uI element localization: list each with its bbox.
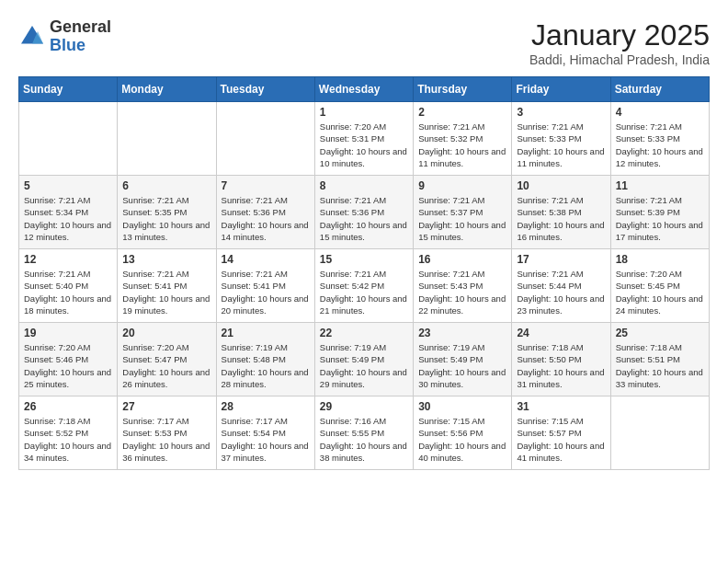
cell-info: Sunrise: 7:21 AM Sunset: 5:39 PM Dayligh… [616,194,704,243]
calendar-cell: 2Sunrise: 7:21 AM Sunset: 5:32 PM Daylig… [414,102,512,176]
calendar-cell [216,102,314,176]
calendar-cell: 21Sunrise: 7:19 AM Sunset: 5:48 PM Dayli… [216,323,314,396]
cell-info: Sunrise: 7:21 AM Sunset: 5:42 PM Dayligh… [320,268,408,316]
day-number: 20 [122,327,210,339]
cell-info: Sunrise: 7:17 AM Sunset: 5:54 PM Dayligh… [222,415,310,464]
calendar-cell: 3Sunrise: 7:21 AM Sunset: 5:33 PM Daylig… [512,102,610,176]
day-number: 5 [24,179,112,192]
cell-info: Sunrise: 7:21 AM Sunset: 5:44 PM Dayligh… [517,268,605,316]
calendar-cell [610,396,709,470]
calendar-cell: 5Sunrise: 7:21 AM Sunset: 5:34 PM Daylig… [19,176,118,249]
calendar-title: January 2025 [529,18,710,52]
logo-blue: Blue [50,37,111,55]
day-number: 6 [122,179,210,192]
day-header-thursday: Thursday [414,77,512,102]
cell-info: Sunrise: 7:21 AM Sunset: 5:37 PM Dayligh… [418,194,506,243]
cell-info: Sunrise: 7:20 AM Sunset: 5:31 PM Dayligh… [320,121,408,169]
calendar-cell: 23Sunrise: 7:19 AM Sunset: 5:49 PM Dayli… [414,323,512,396]
day-number: 31 [517,400,605,413]
calendar-cell: 13Sunrise: 7:21 AM Sunset: 5:41 PM Dayli… [118,249,216,323]
day-number: 18 [616,253,704,266]
day-number: 30 [418,400,506,413]
calendar-cell: 24Sunrise: 7:18 AM Sunset: 5:50 PM Dayli… [512,323,610,396]
cell-info: Sunrise: 7:21 AM Sunset: 5:32 PM Dayligh… [418,121,506,169]
week-row-0: 1Sunrise: 7:20 AM Sunset: 5:31 PM Daylig… [19,102,710,176]
calendar-cell: 17Sunrise: 7:21 AM Sunset: 5:44 PM Dayli… [512,249,610,323]
calendar-cell: 15Sunrise: 7:21 AM Sunset: 5:42 PM Dayli… [314,249,413,323]
cell-info: Sunrise: 7:18 AM Sunset: 5:51 PM Dayligh… [616,341,704,390]
day-number: 28 [222,400,310,413]
day-number: 23 [418,327,506,339]
week-row-4: 26Sunrise: 7:18 AM Sunset: 5:52 PM Dayli… [19,396,710,470]
calendar-subtitle: Baddi, Himachal Pradesh, India [529,52,710,67]
cell-info: Sunrise: 7:21 AM Sunset: 5:41 PM Dayligh… [122,268,210,316]
calendar-cell: 18Sunrise: 7:20 AM Sunset: 5:45 PM Dayli… [610,249,709,323]
cell-info: Sunrise: 7:21 AM Sunset: 5:36 PM Dayligh… [222,194,310,243]
cell-info: Sunrise: 7:21 AM Sunset: 5:38 PM Dayligh… [517,194,605,243]
day-number: 15 [320,253,408,266]
days-header-row: SundayMondayTuesdayWednesdayThursdayFrid… [19,77,710,102]
cell-info: Sunrise: 7:15 AM Sunset: 5:56 PM Dayligh… [418,415,506,464]
calendar-cell: 9Sunrise: 7:21 AM Sunset: 5:37 PM Daylig… [414,176,512,249]
calendar-cell: 31Sunrise: 7:15 AM Sunset: 5:57 PM Dayli… [512,396,610,470]
calendar-cell: 30Sunrise: 7:15 AM Sunset: 5:56 PM Dayli… [414,396,512,470]
cell-info: Sunrise: 7:21 AM Sunset: 5:34 PM Dayligh… [24,194,112,243]
cell-info: Sunrise: 7:20 AM Sunset: 5:47 PM Dayligh… [122,341,210,390]
day-number: 25 [616,327,704,339]
week-row-2: 12Sunrise: 7:21 AM Sunset: 5:40 PM Dayli… [19,249,710,323]
calendar-cell: 19Sunrise: 7:20 AM Sunset: 5:46 PM Dayli… [19,323,118,396]
calendar-cell: 12Sunrise: 7:21 AM Sunset: 5:40 PM Dayli… [19,249,118,323]
day-header-wednesday: Wednesday [314,77,413,102]
week-row-1: 5Sunrise: 7:21 AM Sunset: 5:34 PM Daylig… [19,176,710,249]
cell-info: Sunrise: 7:20 AM Sunset: 5:45 PM Dayligh… [616,268,704,316]
day-header-tuesday: Tuesday [216,77,314,102]
calendar-cell: 4Sunrise: 7:21 AM Sunset: 5:33 PM Daylig… [610,102,709,176]
day-number: 16 [418,253,506,266]
calendar-cell: 20Sunrise: 7:20 AM Sunset: 5:47 PM Dayli… [118,323,216,396]
logo-general: General [50,18,111,37]
calendar-cell: 25Sunrise: 7:18 AM Sunset: 5:51 PM Dayli… [610,323,709,396]
calendar-header: General Blue January 2025 Baddi, Himacha… [18,18,710,67]
calendar-cell: 1Sunrise: 7:20 AM Sunset: 5:31 PM Daylig… [314,102,413,176]
cell-info: Sunrise: 7:21 AM Sunset: 5:36 PM Dayligh… [320,194,408,243]
cell-info: Sunrise: 7:21 AM Sunset: 5:33 PM Dayligh… [517,121,605,169]
day-number: 26 [24,400,112,413]
calendar-cell [118,102,216,176]
cell-info: Sunrise: 7:21 AM Sunset: 5:35 PM Dayligh… [122,194,210,243]
day-header-friday: Friday [512,77,610,102]
cell-info: Sunrise: 7:17 AM Sunset: 5:53 PM Dayligh… [122,415,210,464]
day-number: 11 [616,179,704,192]
cell-info: Sunrise: 7:15 AM Sunset: 5:57 PM Dayligh… [517,415,605,464]
calendar-cell: 27Sunrise: 7:17 AM Sunset: 5:53 PM Dayli… [118,396,216,470]
calendar-cell: 11Sunrise: 7:21 AM Sunset: 5:39 PM Dayli… [610,176,709,249]
day-number: 22 [320,327,408,339]
title-block: January 2025 Baddi, Himachal Pradesh, In… [529,18,710,67]
day-number: 3 [517,106,605,119]
day-number: 10 [517,179,605,192]
calendar-cell: 16Sunrise: 7:21 AM Sunset: 5:43 PM Dayli… [414,249,512,323]
day-number: 19 [24,327,112,339]
logo: General Blue [18,18,111,55]
day-number: 2 [418,106,506,119]
day-number: 4 [616,106,704,119]
cell-info: Sunrise: 7:16 AM Sunset: 5:55 PM Dayligh… [320,415,408,464]
day-header-saturday: Saturday [610,77,709,102]
calendar-cell: 14Sunrise: 7:21 AM Sunset: 5:41 PM Dayli… [216,249,314,323]
cell-info: Sunrise: 7:21 AM Sunset: 5:40 PM Dayligh… [24,268,112,316]
day-number: 27 [122,400,210,413]
week-row-3: 19Sunrise: 7:20 AM Sunset: 5:46 PM Dayli… [19,323,710,396]
day-number: 8 [320,179,408,192]
day-number: 12 [24,253,112,266]
cell-info: Sunrise: 7:20 AM Sunset: 5:46 PM Dayligh… [24,341,112,390]
day-number: 7 [222,179,310,192]
calendar-cell: 26Sunrise: 7:18 AM Sunset: 5:52 PM Dayli… [19,396,118,470]
day-header-sunday: Sunday [19,77,118,102]
cell-info: Sunrise: 7:21 AM Sunset: 5:33 PM Dayligh… [616,121,704,169]
cell-info: Sunrise: 7:21 AM Sunset: 5:41 PM Dayligh… [222,268,310,316]
logo-text: General Blue [50,18,111,55]
calendar-cell [19,102,118,176]
day-number: 14 [222,253,310,266]
day-header-monday: Monday [118,77,216,102]
cell-info: Sunrise: 7:18 AM Sunset: 5:52 PM Dayligh… [24,415,112,464]
cell-info: Sunrise: 7:19 AM Sunset: 5:49 PM Dayligh… [418,341,506,390]
